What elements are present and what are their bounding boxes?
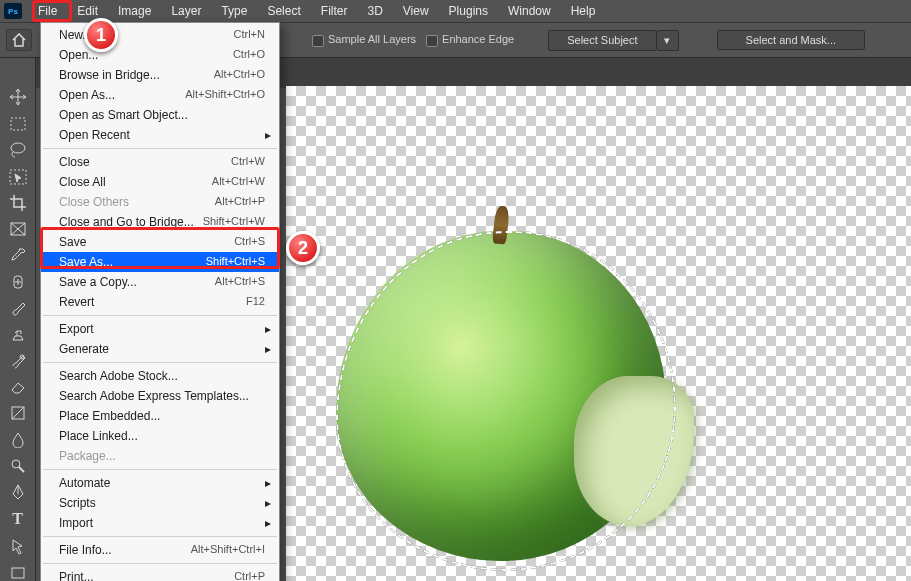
menu-separator [43,362,277,363]
menu-item-label: Generate [59,342,109,356]
menu-item-place-linked[interactable]: Place Linked... [41,426,279,446]
menu-view[interactable]: View [393,2,439,20]
menu-item-export[interactable]: Export▸ [41,319,279,339]
checkbox-icon [312,35,324,47]
type-tool[interactable]: T [6,510,30,528]
menu-item-save[interactable]: SaveCtrl+S [41,232,279,252]
menu-item-import[interactable]: Import▸ [41,513,279,533]
menu-help[interactable]: Help [561,2,606,20]
submenu-arrow-icon: ▸ [265,516,271,530]
move-tool[interactable] [6,88,30,106]
select-subject-button[interactable]: Select Subject [548,30,656,51]
callout-2-badge: 2 [286,231,320,265]
menu-separator [43,469,277,470]
menu-item-close[interactable]: CloseCtrl+W [41,152,279,172]
menu-item-open-as[interactable]: Open As...Alt+Shift+Ctrl+O [41,85,279,105]
submenu-arrow-icon: ▸ [265,322,271,336]
lasso-tool[interactable] [6,142,30,158]
menu-item-close-all[interactable]: Close AllAlt+Ctrl+W [41,172,279,192]
path-selection-tool[interactable] [6,538,30,554]
blur-tool[interactable] [6,432,30,448]
opt-enhance-edge[interactable]: Enhance Edge [426,33,514,46]
eyedropper-tool[interactable] [6,247,30,263]
menu-type[interactable]: Type [211,2,257,20]
menu-item-label: Scripts [59,496,96,510]
menu-item-open-as-smart-object[interactable]: Open as Smart Object... [41,105,279,125]
marquee-tool[interactable] [6,116,30,132]
menu-separator [43,536,277,537]
dodge-tool[interactable] [6,458,30,474]
menu-item-browse-in-bridge[interactable]: Browse in Bridge...Alt+Ctrl+O [41,65,279,85]
menu-item-label: Save As... [59,255,113,269]
svg-point-7 [12,460,20,468]
pen-tool[interactable] [6,484,30,500]
menu-item-search-adobe-express-templates[interactable]: Search Adobe Express Templates... [41,386,279,406]
menu-item-shortcut: Ctrl+P [234,570,265,581]
menu-plugins[interactable]: Plugins [439,2,498,20]
menu-item-search-adobe-stock[interactable]: Search Adobe Stock... [41,366,279,386]
svg-point-1 [11,143,25,153]
menu-item-new[interactable]: New...Ctrl+N [41,25,279,45]
menu-3d[interactable]: 3D [357,2,392,20]
menu-item-label: Place Linked... [59,429,138,443]
menu-item-open[interactable]: Open...Ctrl+O [41,45,279,65]
menu-item-label: Open As... [59,88,115,102]
callout-1-badge: 1 [84,18,118,52]
eraser-tool[interactable] [6,379,30,395]
menu-window[interactable]: Window [498,2,561,20]
menu-layer[interactable]: Layer [161,2,211,20]
rectangle-tool[interactable] [6,565,30,581]
menu-item-place-embedded[interactable]: Place Embedded... [41,406,279,426]
menu-image[interactable]: Image [108,2,161,20]
object-selection-tool[interactable] [6,169,30,185]
crop-tool[interactable] [6,195,30,211]
menu-item-shortcut: Alt+Ctrl+S [215,275,265,289]
menu-select[interactable]: Select [257,2,310,20]
menu-item-shortcut: Shift+Ctrl+S [206,255,265,269]
menu-item-save-as[interactable]: Save As...Shift+Ctrl+S [41,252,279,272]
menu-item-label: Open Recent [59,128,130,142]
menu-item-save-a-copy[interactable]: Save a Copy...Alt+Ctrl+S [41,272,279,292]
menu-item-label: Import [59,516,93,530]
submenu-arrow-icon: ▸ [265,128,271,142]
menu-separator [43,148,277,149]
clone-stamp-tool[interactable] [6,326,30,342]
menu-file[interactable]: File [28,2,67,20]
menu-item-scripts[interactable]: Scripts▸ [41,493,279,513]
frame-tool[interactable] [6,221,30,237]
submenu-arrow-icon: ▸ [265,496,271,510]
menu-item-label: Browse in Bridge... [59,68,160,82]
menu-item-close-and-go-to-bridge[interactable]: Close and Go to Bridge...Shift+Ctrl+W [41,212,279,232]
menu-item-label: Close All [59,175,106,189]
menu-item-label: File Info... [59,543,112,557]
history-brush-tool[interactable] [6,353,30,369]
home-button[interactable] [6,29,32,51]
opt-enhance-edge-label: Enhance Edge [442,33,514,45]
menu-item-shortcut: F12 [246,295,265,309]
menu-item-label: Revert [59,295,94,309]
menu-item-shortcut: Alt+Shift+Ctrl+I [191,543,265,557]
menu-filter[interactable]: Filter [311,2,358,20]
menu-item-label: Close and Go to Bridge... [59,215,194,229]
ps-app-icon: Ps [4,3,22,19]
menu-item-shortcut: Ctrl+W [231,155,265,169]
menu-item-package: Package... [41,446,279,466]
opt-sample-all[interactable]: Sample All Layers [312,33,416,46]
gradient-tool[interactable] [6,405,30,421]
menu-item-print[interactable]: Print...Ctrl+P [41,567,279,581]
menu-item-revert[interactable]: RevertF12 [41,292,279,312]
healing-brush-tool[interactable] [6,274,30,290]
menu-item-shortcut: Ctrl+O [233,48,265,62]
menu-item-open-recent[interactable]: Open Recent▸ [41,125,279,145]
brush-tool[interactable] [6,300,30,316]
menu-item-automate[interactable]: Automate▸ [41,473,279,493]
menu-item-file-info[interactable]: File Info...Alt+Shift+Ctrl+I [41,540,279,560]
menu-item-close-others: Close OthersAlt+Ctrl+P [41,192,279,212]
menu-item-label: Close [59,155,90,169]
checkbox-icon [426,35,438,47]
select-subject-dropdown[interactable]: ▾ [657,30,679,51]
submenu-arrow-icon: ▸ [265,476,271,490]
svg-rect-8 [12,568,24,578]
menu-item-generate[interactable]: Generate▸ [41,339,279,359]
select-and-mask-button[interactable]: Select and Mask... [717,30,866,50]
